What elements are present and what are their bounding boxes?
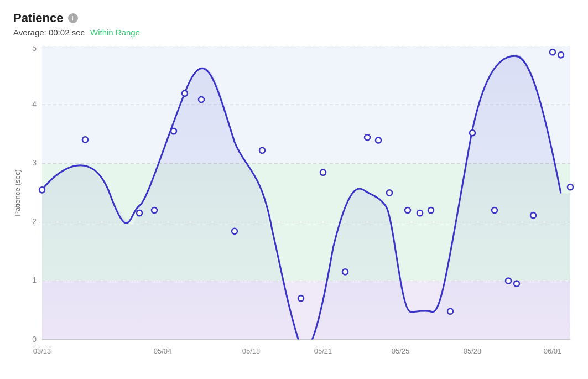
svg-text:05/25: 05/25 bbox=[392, 347, 410, 355]
svg-text:4: 4 bbox=[32, 100, 37, 108]
data-point bbox=[514, 281, 519, 287]
data-point bbox=[376, 137, 381, 143]
chart-svg: 5 4 3 2 1 0 Patience (sec) bbox=[13, 46, 575, 373]
title-row: Patience i bbox=[13, 11, 575, 25]
data-point bbox=[568, 184, 573, 190]
svg-text:05/21: 05/21 bbox=[314, 347, 332, 355]
data-point bbox=[171, 128, 176, 134]
chart-area: 5 4 3 2 1 0 Patience (sec) bbox=[13, 46, 575, 373]
info-icon[interactable]: i bbox=[68, 13, 78, 23]
svg-text:Patience (sec): Patience (sec) bbox=[13, 169, 22, 216]
average-label: Average: 00:02 sec bbox=[13, 28, 85, 37]
data-point bbox=[182, 91, 188, 96]
svg-text:05/04: 05/04 bbox=[154, 347, 172, 355]
data-point bbox=[492, 207, 497, 213]
data-point bbox=[530, 212, 536, 218]
data-point bbox=[405, 207, 410, 213]
data-point bbox=[417, 210, 423, 216]
subtitle-row: Average: 00:02 sec Within Range bbox=[13, 28, 575, 37]
data-point bbox=[550, 49, 555, 55]
within-range-badge: Within Range bbox=[90, 28, 140, 37]
svg-text:2: 2 bbox=[32, 217, 37, 226]
svg-text:05/18: 05/18 bbox=[242, 347, 261, 355]
svg-text:0: 0 bbox=[32, 334, 37, 343]
data-point bbox=[137, 210, 142, 216]
data-point bbox=[387, 190, 392, 195]
chart-title: Patience bbox=[13, 11, 64, 25]
data-point bbox=[470, 130, 475, 136]
data-point bbox=[39, 187, 45, 193]
chart-header: Patience i Average: 00:02 sec Within Ran… bbox=[13, 11, 575, 37]
svg-text:1: 1 bbox=[32, 276, 37, 284]
data-point bbox=[342, 269, 348, 274]
data-point bbox=[232, 229, 237, 234]
svg-text:03/13: 03/13 bbox=[33, 347, 51, 355]
data-point bbox=[82, 137, 88, 142]
data-point bbox=[259, 148, 265, 153]
svg-text:06/01: 06/01 bbox=[544, 347, 562, 355]
data-point bbox=[298, 295, 304, 301]
svg-text:5: 5 bbox=[32, 46, 37, 53]
data-point bbox=[558, 52, 564, 58]
main-container: Patience i Average: 00:02 sec Within Ran… bbox=[0, 0, 588, 379]
data-point bbox=[428, 207, 434, 213]
data-point bbox=[199, 97, 204, 102]
data-point bbox=[320, 170, 326, 175]
svg-text:05/28: 05/28 bbox=[464, 347, 482, 355]
data-point bbox=[152, 207, 157, 213]
data-point bbox=[447, 309, 453, 314]
svg-text:3: 3 bbox=[32, 158, 37, 167]
data-point bbox=[365, 134, 370, 140]
data-point bbox=[506, 278, 511, 284]
